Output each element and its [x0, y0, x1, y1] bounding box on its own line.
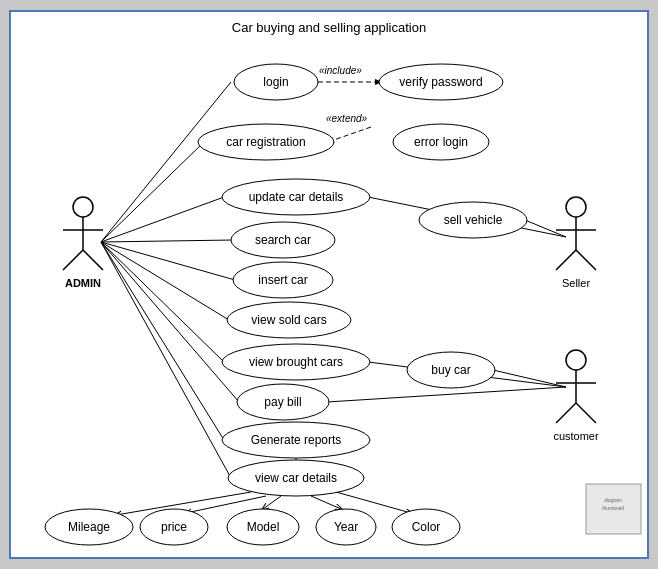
svg-text:diagram: diagram [604, 497, 622, 503]
svg-text:Seller: Seller [562, 277, 590, 289]
svg-line-21 [263, 496, 281, 509]
svg-line-79 [576, 403, 596, 423]
svg-text:price: price [161, 520, 187, 534]
svg-text:verify password: verify password [399, 75, 482, 89]
svg-text:update car details: update car details [249, 190, 344, 204]
svg-line-22 [311, 496, 341, 509]
svg-line-66 [63, 250, 83, 270]
svg-line-9 [101, 242, 231, 478]
svg-line-12 [328, 127, 371, 142]
svg-text:car registration: car registration [226, 135, 305, 149]
svg-point-75 [566, 350, 586, 370]
svg-line-14 [525, 220, 566, 237]
svg-line-3 [101, 240, 233, 242]
svg-line-16 [493, 370, 566, 387]
svg-text:pay bill: pay bill [264, 395, 301, 409]
svg-text:view brought cars: view brought cars [249, 355, 343, 369]
svg-point-63 [73, 197, 93, 217]
svg-line-7 [101, 242, 239, 402]
svg-text:«include»: «include» [319, 65, 362, 76]
svg-text:insert car: insert car [258, 273, 307, 287]
svg-text:buy car: buy car [431, 363, 470, 377]
svg-text:login: login [263, 75, 288, 89]
svg-text:error login: error login [414, 135, 468, 149]
svg-line-78 [556, 403, 576, 423]
svg-text:Model: Model [247, 520, 280, 534]
svg-line-6 [101, 242, 224, 362]
svg-text:«extend»: «extend» [326, 113, 368, 124]
svg-text:thumbnail: thumbnail [602, 505, 624, 511]
svg-text:Year: Year [334, 520, 358, 534]
svg-line-73 [576, 250, 596, 270]
svg-text:Mileage: Mileage [68, 520, 110, 534]
svg-line-72 [556, 250, 576, 270]
svg-text:Generate reports: Generate reports [251, 433, 342, 447]
svg-text:view sold cars: view sold cars [251, 313, 326, 327]
svg-line-18 [327, 387, 566, 402]
diagram-container: Car buying and selling application «incl… [9, 10, 649, 559]
svg-line-67 [83, 250, 103, 270]
svg-text:Color: Color [412, 520, 441, 534]
diagram-svg: «include» «extend» [11, 12, 647, 557]
svg-text:search car: search car [255, 233, 311, 247]
svg-line-5 [101, 242, 229, 320]
svg-text:view car details: view car details [255, 471, 337, 485]
svg-text:ADMIN: ADMIN [65, 277, 101, 289]
svg-line-1 [101, 142, 204, 242]
svg-point-69 [566, 197, 586, 217]
svg-text:customer: customer [553, 430, 599, 442]
svg-text:sell vehicle: sell vehicle [444, 213, 503, 227]
